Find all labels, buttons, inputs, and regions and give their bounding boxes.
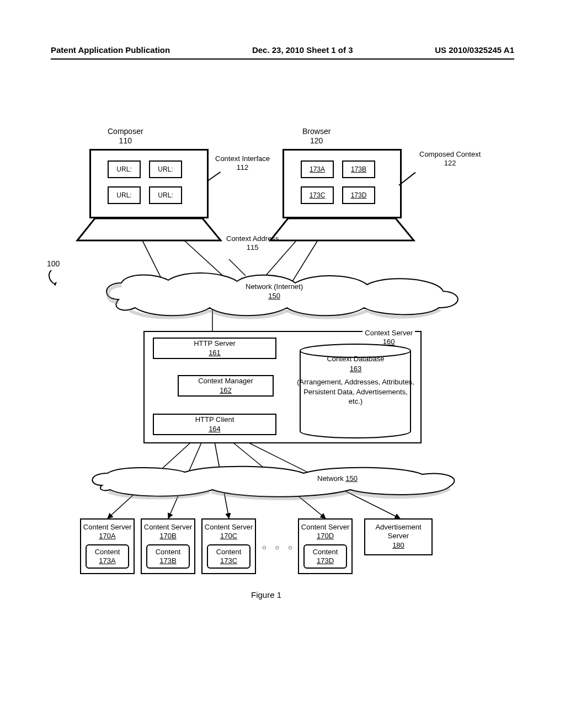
http-client-box: HTTP Client164 <box>153 414 276 435</box>
page-header: Patent Application Publication Dec. 23, … <box>51 45 514 60</box>
figure-caption: Figure 1 <box>251 590 281 599</box>
browser-computer: Browser 120 173A 173B 173C 173D <box>268 149 417 243</box>
browser-title: Browser <box>302 127 331 136</box>
network-cloud-top: Network (Internet)150 <box>97 269 466 319</box>
context-manager-box: Context Manager162 <box>178 375 274 397</box>
context-server-box: Context Server160 HTTP Server161 Context… <box>143 331 422 443</box>
composer-num: 110 <box>119 136 132 145</box>
content-server-c: Content Server170C Content173C <box>201 518 256 574</box>
svg-marker-18 <box>270 218 414 240</box>
header-left: Patent Application Publication <box>51 45 170 58</box>
content-server-b: Content Server170B Content173B <box>141 518 195 574</box>
browser-screen: 173A 173B 173C 173D <box>282 149 402 218</box>
content-cell: 173B <box>342 160 375 178</box>
computer-base <box>268 218 417 243</box>
composer-screen: URL: URL: URL: URL: <box>89 149 209 218</box>
header-center: Dec. 23, 2010 Sheet 1 of 3 <box>252 45 353 58</box>
context-database-cylinder: Context Database163 (Arrangement, Addres… <box>296 343 415 440</box>
url-cell: URL: <box>108 160 141 178</box>
network-cloud-bottom: Network 150 <box>86 463 466 502</box>
cloud1-label: Network (Internet)150 <box>246 282 303 301</box>
content-server-a: Content Server170A Content173A <box>80 518 135 574</box>
content-server-d: Content Server170D Content173D <box>298 518 353 574</box>
ad-server: Advertisement Server180 <box>364 518 433 555</box>
url-cell: URL: <box>149 160 182 178</box>
url-cell: URL: <box>149 186 182 204</box>
ref-100: 100 <box>47 259 60 268</box>
context-address-label: Context Address115 <box>226 234 279 251</box>
svg-marker-17 <box>77 218 221 240</box>
hook-arrow-icon <box>47 269 61 286</box>
url-cell: URL: <box>108 186 141 204</box>
http-server-box: HTTP Server161 <box>153 338 276 359</box>
cloud2-label: Network 150 <box>317 474 358 484</box>
content-cell: 173C <box>301 186 334 204</box>
composer-label: Composer 110 <box>108 127 143 146</box>
composer-title: Composer <box>108 127 143 136</box>
db-title: Context Database163 <box>296 354 415 373</box>
browser-num: 120 <box>310 136 323 145</box>
context-interface-label: Context Interface112 <box>215 154 270 172</box>
header-right: US 2010/0325245 A1 <box>435 45 514 58</box>
browser-label: Browser 120 <box>302 127 331 146</box>
composed-context-label: Composed Context122 <box>419 150 481 167</box>
db-body: (Arrangement, Addresses, Attributes, Per… <box>296 377 415 406</box>
content-cell: 173A <box>301 160 334 178</box>
ellipsis-icon: ○ ○ ○ <box>262 543 296 552</box>
composer-computer: Composer 110 URL: URL: URL: URL: <box>74 149 223 243</box>
content-cell: 173D <box>342 186 375 204</box>
computer-base <box>74 218 223 243</box>
figure-1-diagram: Composer 110 URL: URL: URL: URL: Context… <box>63 127 502 623</box>
